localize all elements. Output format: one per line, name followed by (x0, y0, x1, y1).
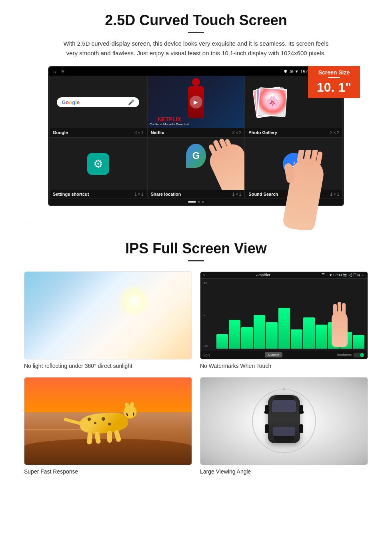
angle-arrow-top: ↑ (282, 385, 286, 394)
share-location-cell-inner: G (148, 138, 245, 190)
google-mic-icon[interactable]: 🎤 (128, 99, 134, 105)
bluetooth-icon: ✱ (284, 69, 287, 74)
sound-search-grid-size: 1 × 1 (330, 192, 339, 197)
badge-size: 10. 1" (312, 80, 356, 95)
section1-title: 2.5D Curved Touch Screen (24, 12, 368, 29)
amp-header: ⌂ Amplifier ☰ ··· ♥ 17:33 📷 ◁) ☐ ⊠ ← (200, 272, 368, 279)
tablet-screen: ⌂ ⚛ ✱ ⊙ ▾ 15:06 📷 ◁) ⊠ ▭ (48, 66, 344, 206)
share-location-label-row: Share location 1 × 1 (148, 190, 245, 199)
section2-divider (188, 260, 204, 261)
pagination-dots (49, 199, 343, 205)
google-cell-inner: Google 🎤 (50, 76, 147, 128)
badge-divider (328, 77, 340, 78)
sunlight-caption: No light reflecting under 360° direct su… (24, 363, 192, 369)
cheetah-image (24, 377, 192, 465)
eq-label-mid: 0 (204, 313, 216, 317)
netflix-grid-size: 3 × 2 (232, 130, 242, 135)
car-image: ↑ ↓ (200, 377, 368, 465)
sunlight-image (24, 271, 192, 359)
share-location-app-label: Share location (151, 192, 181, 197)
app-grid: Google 🎤 Google 3 × 1 (49, 76, 343, 199)
feature-car: ↑ ↓ Large Viewing Angle (200, 377, 368, 475)
settings-grid-size: 1 × 1 (134, 192, 144, 197)
location-icon: ⊙ (290, 69, 293, 74)
eq-bar-3 (241, 327, 253, 349)
screen-size-badge: Screen Size 10. 1" (308, 66, 360, 98)
cheetah-body (50, 403, 158, 443)
settings-cell-inner: ⚙ (50, 138, 147, 190)
photo-gallery-label-row: Photo Gallery 2 × 2 (245, 128, 342, 137)
eq-label-bot: -10 (204, 344, 216, 348)
eq-label-top: 10 (204, 281, 216, 285)
sound-search-app-cell[interactable]: ♪ Sound Search 1 × 1 (245, 137, 343, 199)
google-label-row: Google 3 × 1 (50, 128, 147, 137)
section-ips-view: IPS Full Screen View No light reflecting… (0, 232, 392, 487)
google-app-label: Google (53, 130, 68, 135)
photo-gallery-app-label: Photo Gallery (248, 130, 277, 135)
google-search-bar[interactable]: Google 🎤 (57, 97, 139, 107)
status-bar-left: ⌂ ⚛ (53, 69, 65, 74)
eq-bar-2 (229, 320, 240, 349)
badge-label: Screen Size (312, 69, 356, 76)
pointing-hand (206, 141, 244, 190)
section-divider-hr (24, 224, 368, 224)
dot-2 (202, 201, 204, 203)
feature-watermarks: ⌂ Amplifier ☰ ··· ♥ 17:33 📷 ◁) ☐ ⊠ ← 10 … (200, 271, 368, 369)
feature-cheetah: Super Fast Response (24, 377, 192, 475)
amp-custom-btn[interactable]: Custom (265, 352, 282, 357)
share-location-grid-size: 1 × 1 (232, 192, 242, 197)
netflix-logo-text: NETFLIX (150, 116, 190, 122)
settings-bg: ⚙ (50, 138, 147, 190)
netflix-app-label: Netflix (151, 130, 164, 135)
cheetah-caption: Super Fast Response (24, 468, 192, 475)
amp-title: Amplifier (256, 273, 270, 277)
status-bar: ⌂ ⚛ ✱ ⊙ ▾ 15:06 📷 ◁) ⊠ ▭ (49, 67, 343, 76)
settings-icon: ⚙ (87, 153, 109, 175)
sound-search-bg: ♪ (245, 138, 342, 190)
eq-bar-1 (216, 334, 228, 349)
section-curved-screen: 2.5D Curved Touch Screen With 2.5D curve… (0, 0, 392, 216)
dot-1 (198, 201, 200, 203)
settings-app-cell[interactable]: ⚙ Settings shortcut 1 × 1 (49, 137, 147, 199)
sound-search-app-label: Sound Search (248, 192, 278, 197)
eq-bars-container: 10 0 -10 (200, 279, 368, 351)
eq-bar-4 (254, 315, 265, 349)
netflix-overlay: NETFLIX Continue Marvel's Daredevil (150, 116, 190, 126)
maps-icon: G (186, 144, 206, 168)
amp-prev-icon[interactable]: |◁◁ (204, 353, 210, 357)
home-icon[interactable]: ⌂ (53, 69, 56, 74)
angle-arrow-bot: ↓ (283, 451, 285, 457)
netflix-subtitle: Continue Marvel's Daredevil (150, 122, 190, 126)
watermarks-caption: No Watermarks When Touch (200, 363, 368, 369)
amp-loudness-control: loudness (337, 353, 364, 357)
section2-title: IPS Full Screen View (24, 240, 368, 257)
eq-bar-6 (278, 308, 290, 349)
device-mockup: Screen Size 10. 1" ⌂ ⚛ ✱ ⊙ ▾ 15:06 📷 ◁) (40, 66, 352, 206)
google-logo: Google (62, 99, 80, 105)
eq-bar-8 (303, 317, 315, 349)
feature-grid: No light reflecting under 360° direct su… (24, 271, 368, 475)
settings-app-label: Settings shortcut (53, 192, 89, 197)
eq-bar-12 (353, 335, 364, 349)
share-location-app-cell[interactable]: G Share (147, 137, 245, 199)
amp-icons: ☰ ··· ♥ 17:33 📷 ◁) ☐ ⊠ ← (322, 273, 365, 277)
photo-stack: 🌸 (247, 78, 293, 126)
amp-loudness-toggle[interactable] (353, 353, 364, 357)
netflix-app-cell[interactable]: ▶ NETFLIX Continue Marvel's Daredevil Ne… (147, 76, 245, 137)
title-divider (188, 32, 204, 33)
car-caption: Large Viewing Angle (200, 468, 368, 475)
netflix-cell-inner: ▶ NETFLIX Continue Marvel's Daredevil (148, 76, 245, 128)
car-top-down (266, 395, 302, 447)
amp-hand-overlay (328, 311, 352, 351)
share-location-bg: G (148, 138, 245, 190)
netflix-label-row: Netflix 3 × 2 (148, 128, 245, 137)
netflix-play-button[interactable]: ▶ (190, 96, 202, 108)
dot-active (188, 201, 196, 203)
amp-loudness-label: loudness (337, 353, 352, 357)
google-app-cell[interactable]: Google 🎤 Google 3 × 1 (49, 76, 147, 137)
google-bg: Google 🎤 (50, 76, 147, 128)
watermarks-image: ⌂ Amplifier ☰ ··· ♥ 17:33 📷 ◁) ☐ ⊠ ← 10 … (200, 271, 368, 359)
sound-icon: ♪ (283, 153, 305, 175)
eq-labels: 10 0 -10 (204, 281, 216, 349)
eq-bar-9 (316, 325, 327, 349)
